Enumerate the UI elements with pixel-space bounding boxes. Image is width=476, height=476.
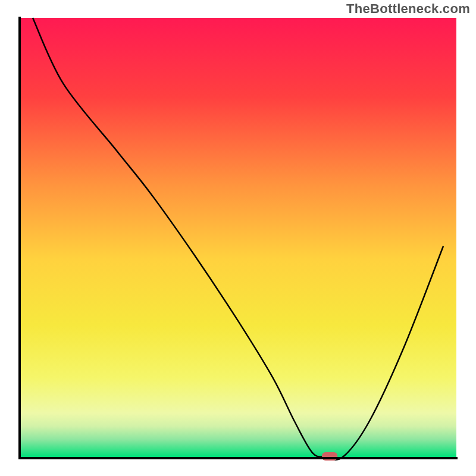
plot-background	[20, 18, 456, 457]
watermark-text: TheBottleneck.com	[346, 1, 470, 17]
chart-svg	[0, 0, 476, 476]
bottleneck-chart: TheBottleneck.com	[0, 0, 476, 476]
